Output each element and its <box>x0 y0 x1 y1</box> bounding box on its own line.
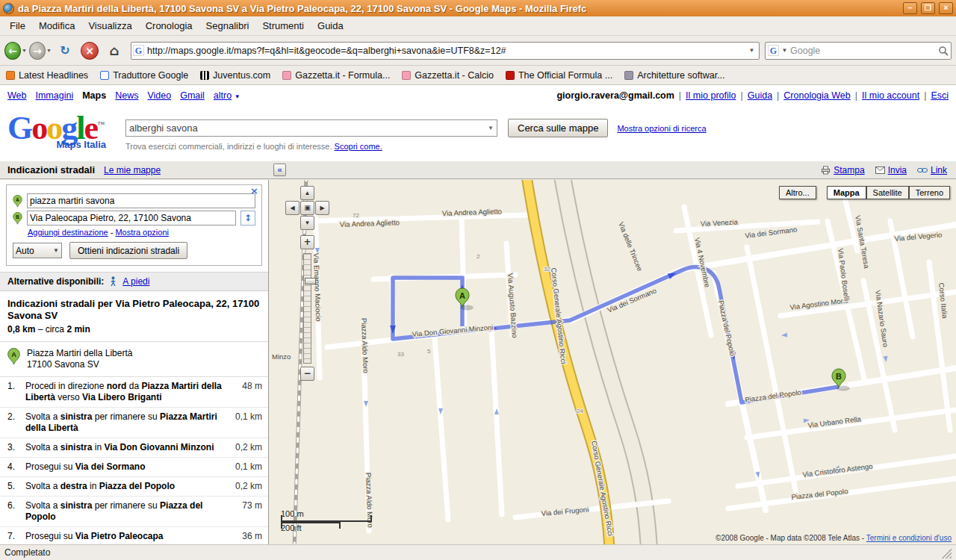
step-seg: Via Libero Briganti <box>82 392 161 402</box>
bookmark-juventus[interactable]: Juventus.com <box>200 70 270 81</box>
menu-file[interactable]: File <box>3 17 32 34</box>
send-action[interactable]: Invia <box>875 165 907 175</box>
walking-directions-link[interactable]: A piedi <box>122 276 149 287</box>
start-address: Piazza Martiri della Libertà 17100 Savon… <box>27 348 132 370</box>
link-immagini[interactable]: Immagini <box>35 90 73 101</box>
close-button[interactable]: × <box>939 2 953 14</box>
link-maps-current[interactable]: Maps <box>82 90 106 101</box>
my-maps-link[interactable]: Le mie mappe <box>104 165 161 175</box>
link-mio-account[interactable]: Il mio account <box>862 90 919 101</box>
map-type-terreno[interactable]: Terreno <box>909 186 950 199</box>
link-news[interactable]: News <box>115 90 138 101</box>
link-action[interactable]: Link <box>917 165 947 175</box>
direction-step-7[interactable]: 7. Prosegui su Via Pietro Paleocapa 36 m <box>0 527 268 544</box>
home-button[interactable]: ⌂ <box>103 40 125 61</box>
resize-grip[interactable] <box>940 547 952 559</box>
scopri-come-link[interactable]: Scopri come. <box>335 142 382 151</box>
zoom-out-button[interactable]: − <box>300 367 314 381</box>
terms-link[interactable]: Termini e condizioni d'uso <box>866 534 952 542</box>
direction-step-4[interactable]: 4. Prosegui su Via dei Sormano 0,1 km <box>0 458 268 477</box>
send-link[interactable]: Invia <box>888 165 907 175</box>
house-number: 72 <box>353 212 359 219</box>
menu-help[interactable]: Guida <box>311 17 350 34</box>
minimize-button[interactable]: – <box>903 2 917 14</box>
altro-label[interactable]: altro <box>214 90 232 101</box>
menu-bookmarks[interactable]: Segnalibri <box>199 17 256 34</box>
maximize-button[interactable]: ❐ <box>921 2 935 14</box>
zoom-in-button[interactable]: + <box>300 235 314 249</box>
back-dropdown-icon[interactable]: ▼ <box>22 48 27 53</box>
link-video[interactable]: Video <box>147 90 171 101</box>
stop-button[interactable]: × <box>78 40 101 61</box>
link-profilo[interactable]: Il mio profilo <box>686 90 736 101</box>
end-address-input[interactable] <box>27 211 236 225</box>
direction-step-3[interactable]: 3. Svolta a sinistra in Via Don Giovanni… <box>0 438 268 458</box>
step-distance: 0,1 km <box>222 461 262 473</box>
url-input[interactable] <box>147 46 743 56</box>
pan-up-button[interactable]: ▲ <box>300 186 314 200</box>
map-type-altro[interactable]: Altro... <box>779 186 816 199</box>
search-engine-icon[interactable]: G <box>768 45 779 56</box>
menu-view[interactable]: Visualizza <box>81 17 138 34</box>
get-directions-button[interactable]: Ottieni indicazioni stradali <box>69 242 187 259</box>
bookmark-traduttore-google[interactable]: Traduttore Google <box>100 70 188 81</box>
reload-button[interactable]: ↻ <box>54 40 76 61</box>
maps-header: Google™ Maps Italia ▼ Cerca sulle mappe … <box>0 106 956 161</box>
forward-dropdown-icon[interactable]: ▼ <box>46 48 52 53</box>
step-seg: Svolta a <box>25 411 60 422</box>
google-maps-logo[interactable]: Google™ Maps Italia <box>7 108 120 150</box>
bookmark-gazzetta-calcio[interactable]: Gazzetta.it - Calcio <box>402 70 494 81</box>
back-button[interactable]: ← ▼ <box>4 40 27 61</box>
menu-history[interactable]: Cronologia <box>139 17 199 34</box>
start-address-input[interactable] <box>27 193 255 208</box>
link-esci[interactable]: Esci <box>931 90 949 101</box>
maps-query-input[interactable] <box>126 122 485 134</box>
bookmark-architetture-software[interactable]: Architetture softwar... <box>624 70 724 81</box>
link-cronologia-web[interactable]: Cronologia Web <box>783 90 850 101</box>
pan-right-button[interactable]: ▶ <box>315 201 329 215</box>
titlebar[interactable]: da Piazza Martiri della Libertà, 17100 S… <box>0 0 956 16</box>
link-web[interactable]: Web <box>7 90 26 101</box>
pan-left-button[interactable]: ◀ <box>285 201 299 215</box>
map-type-mappa[interactable]: Mappa <box>827 186 866 199</box>
link-gmail[interactable]: Gmail <box>180 90 205 101</box>
link-link[interactable]: Link <box>931 165 947 175</box>
print-link[interactable]: Stampa <box>834 165 864 175</box>
step-seg: sinistra <box>60 411 93 422</box>
link-guida[interactable]: Guida <box>748 90 772 101</box>
direction-step-1[interactable]: 1. Procedi in direzione nord da Piazza M… <box>0 377 268 408</box>
magnifier-icon[interactable] <box>938 46 949 56</box>
swap-route-button[interactable]: ↕ <box>240 211 255 225</box>
forward-button[interactable]: → ▼ <box>29 40 52 61</box>
close-form-icon[interactable]: × <box>250 186 258 196</box>
query-history-dropdown-icon[interactable]: ▼ <box>485 125 497 131</box>
marker-b-letter: B <box>16 214 19 219</box>
web-search-input[interactable] <box>790 46 936 56</box>
direction-step-5[interactable]: 5. Svolta a destra in Piazza del Popolo … <box>0 477 268 497</box>
print-action[interactable]: Stampa <box>821 165 864 175</box>
link-altro[interactable]: altro ▼ <box>214 90 240 101</box>
map-canvas[interactable]: Via Andrea Aglietto Via Andrea Aglietto … <box>269 180 956 544</box>
pan-center-button[interactable]: ▣ <box>300 201 314 215</box>
search-options-link[interactable]: Mostra opzioni di ricerca <box>617 124 706 133</box>
url-dropdown-icon[interactable]: ▼ <box>746 43 757 58</box>
directions-summary: 0,8 km – circa 2 min <box>0 323 268 342</box>
bookmark-latest-headlines[interactable]: Latest Headlines <box>6 70 88 81</box>
add-destination-link[interactable]: Aggiungi destinazione <box>28 228 108 237</box>
search-engine-dropdown-icon[interactable]: ▼ <box>781 43 788 58</box>
menu-tools[interactable]: Strumenti <box>255 17 311 34</box>
bookmark-official-formula[interactable]: The Official Formula ... <box>506 70 612 81</box>
map-type-satellite[interactable]: Satellite <box>866 186 909 199</box>
zoom-slider-handle[interactable] <box>305 278 316 284</box>
show-options-link[interactable]: Mostra opzioni <box>115 228 169 237</box>
menu-edit[interactable]: Modifica <box>32 17 81 34</box>
search-maps-button[interactable]: Cerca sulle mappe <box>508 119 608 137</box>
direction-step-6[interactable]: 6. Svolta a sinistra per rimanere su Pia… <box>0 497 268 527</box>
pan-down-button[interactable]: ▼ <box>300 216 314 230</box>
direction-step-2[interactable]: 2. Svolta a sinistra per rimanere su Pia… <box>0 408 268 438</box>
travel-mode-select[interactable]: Auto ▼ <box>13 243 62 258</box>
zoom-slider-track[interactable] <box>303 253 311 364</box>
bookmark-gazzetta-formula[interactable]: Gazzetta.it - Formula... <box>282 70 390 81</box>
collapse-panel-button[interactable]: « <box>273 164 286 176</box>
start-location[interactable]: A Piazza Martiri della Libertà 17100 Sav… <box>0 342 268 377</box>
